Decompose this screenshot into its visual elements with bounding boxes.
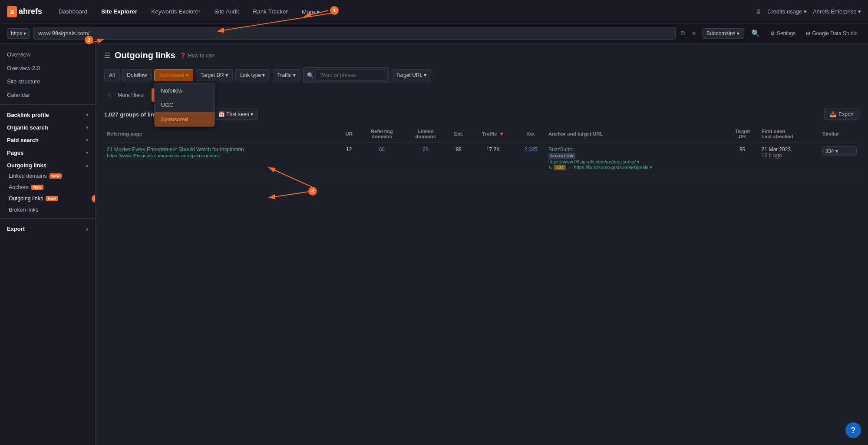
main-layout: Overview Overview 2.0 Site structure Cal…	[0, 43, 868, 445]
main-content: ☰ Outgoing links ❓ How to use All Dofoll…	[96, 43, 868, 445]
th-target-dr: TargetDR	[726, 125, 759, 143]
referring-page-url-link[interactable]: https://www.99signals.com/movies-entrepr…	[107, 153, 220, 158]
td-anchor: BuzzSumo NOFOLLOW https://www.99signals.…	[546, 143, 726, 174]
monitor-icon[interactable]: 🖥	[756, 8, 761, 15]
td-first-seen: 21 Mar 2023 16 h ago	[759, 143, 820, 174]
open-external-button[interactable]: ⧉	[679, 28, 687, 39]
word-phrase-input[interactable]	[316, 70, 385, 81]
th-similar: Similar	[820, 125, 859, 143]
chevron-down-icon: ▾	[86, 113, 88, 117]
badge-new-outgoing-links: New	[46, 196, 58, 201]
th-ur: UR	[339, 125, 359, 143]
kw-link[interactable]: 2,085	[524, 146, 537, 153]
anchor-link[interactable]: BuzzSumo	[548, 146, 574, 153]
filter-dofollow-button[interactable]: Dofollow	[122, 69, 152, 81]
sidebar-section-paid-search[interactable]: Paid search ▾	[0, 133, 95, 145]
nav-rank-tracker[interactable]: Rank Tracker	[251, 7, 290, 17]
first-seen-button[interactable]: 📅 First seen ▾	[214, 109, 258, 120]
sidebar-section-organic-search[interactable]: Organic search ▾	[0, 120, 95, 133]
sidebar-section-backlink-profile[interactable]: Backlink profile ▾	[0, 107, 95, 120]
sidebar-item-broken-links[interactable]: Broken links	[0, 204, 95, 216]
table-header-row: Referring page UR Referringdomains Linke…	[104, 125, 859, 143]
table-toolbar: 1,027 groups of links Group similar ▾ 📅 …	[104, 109, 859, 120]
page-title: Outgoing links	[115, 50, 175, 60]
logo[interactable]: a ahrefs	[7, 6, 42, 17]
menu-icon[interactable]: ☰	[104, 51, 110, 60]
filter-bar: All Dofollow Sponsored ▾ Nofollow UGC Sp…	[104, 67, 859, 83]
clear-url-button[interactable]: ✕	[690, 28, 698, 39]
sidebar-item-site-structure[interactable]: Site structure	[0, 75, 95, 88]
th-traffic[interactable]: Traffic ▼	[471, 125, 516, 143]
url-input[interactable]	[33, 27, 675, 40]
filter-link-type-button[interactable]: Link type ▾	[235, 69, 270, 81]
annotation-3-circle: 3	[92, 195, 96, 203]
sidebar-item-calendar[interactable]: Calendar	[0, 88, 95, 102]
question-icon: ❓	[180, 53, 186, 59]
redirect-url-link[interactable]: https://buzzsumo.grsm.io/99signals ▾	[574, 165, 653, 170]
filter-sponsored-button[interactable]: Sponsored ▾	[154, 69, 193, 81]
sidebar-item-anchors[interactable]: Anchors New	[0, 182, 95, 193]
filter-target-url-button[interactable]: Target URL ▾	[392, 69, 432, 81]
divider	[0, 104, 95, 105]
chevron-up-icon: ▴	[86, 226, 88, 231]
sidebar-item-overview[interactable]: Overview	[0, 48, 95, 61]
logo-icon: a	[7, 6, 17, 17]
referring-page-title-link[interactable]: 21 Movies Every Entrepreneur Should Watc…	[107, 146, 244, 153]
chevron-down-icon: ▾	[86, 150, 88, 155]
gear-icon: ⚙	[770, 30, 775, 37]
th-referring-domains: Referringdomains	[359, 125, 404, 143]
filter-traffic-button[interactable]: Traffic ▾	[273, 69, 300, 81]
nav-keywords-explorer[interactable]: Keywords Explorer	[149, 7, 203, 17]
th-anchor-target: Anchor and target URL	[546, 125, 726, 143]
nav-dashboard[interactable]: Dashboard	[56, 7, 90, 17]
nav-more[interactable]: More ▾	[299, 7, 323, 17]
td-ur: 12	[339, 143, 359, 174]
more-filters-button[interactable]: + + More filters	[104, 90, 147, 101]
sidebar-item-overview2[interactable]: Overview 2.0	[0, 61, 95, 75]
sidebar-section-pages[interactable]: Pages ▾	[0, 145, 95, 158]
nav-site-audit[interactable]: Site Audit	[212, 7, 242, 17]
dropdown-item-ugc[interactable]: UGC	[155, 98, 215, 112]
sidebar-section-export[interactable]: Export ▴	[0, 221, 95, 234]
export-button[interactable]: 📥 Export	[824, 109, 859, 120]
dropdown-item-sponsored[interactable]: Sponsored	[155, 112, 215, 126]
th-ext: Ext.	[447, 125, 471, 143]
redirect-row: ↳ 301 → https://buzzsumo.grsm.io/99signa…	[548, 165, 723, 170]
protocol-select[interactable]: https ▾	[7, 28, 30, 39]
td-kw: 2,085	[516, 143, 546, 174]
similar-dropdown[interactable]: 334 ▾	[822, 146, 857, 156]
url-actions: ⧉ ✕	[679, 28, 698, 39]
google-data-studio-button[interactable]: ⊞ Google Data Studio	[802, 29, 861, 38]
settings-button[interactable]: ⚙ Settings	[767, 29, 799, 38]
sidebar-item-linked-domains[interactable]: Linked domains New	[0, 170, 95, 182]
th-referring-page: Referring page	[104, 125, 339, 143]
ahrefs-enterprise[interactable]: Ahrefs Enterprise ▾	[813, 8, 861, 15]
how-to-use-button[interactable]: ❓ How to use	[180, 53, 214, 59]
anchor-url-link[interactable]: https://www.99signals.com/go/buzzsumo/ ▾	[548, 159, 640, 164]
table-row: 21 Movies Every Entrepreneur Should Watc…	[104, 143, 859, 174]
chevron-down-icon: ▾	[86, 138, 88, 143]
td-traffic: 17.2K	[471, 143, 516, 174]
dropdown-item-nofollow[interactable]: Nofollow	[155, 83, 215, 98]
linked-domains-link[interactable]: 29	[423, 146, 429, 153]
ref-domains-link[interactable]: 60	[379, 146, 385, 153]
credits-usage[interactable]: Credits usage ▾	[767, 8, 807, 15]
top-navigation: a ahrefs Dashboard Site Explorer Keyword…	[0, 0, 868, 23]
subdomain-select[interactable]: Subdomains ▾	[702, 28, 744, 39]
sidebar-section-outgoing-links[interactable]: Outgoing links ▴	[0, 158, 95, 170]
search-button[interactable]: 🔍	[748, 27, 763, 39]
help-bubble[interactable]: ?	[845, 422, 861, 438]
nav-site-explorer[interactable]: Site Explorer	[99, 7, 140, 17]
redirect-301-badge: 301	[554, 165, 566, 170]
badge-new-anchors: New	[31, 185, 44, 190]
svg-line-4	[268, 191, 312, 198]
sidebar: Overview Overview 2.0 Site structure Cal…	[0, 43, 96, 445]
filter-all-button[interactable]: All	[104, 69, 119, 81]
sidebar-item-outgoing-links[interactable]: Outgoing links New 3	[0, 193, 95, 204]
badge-new-linked-domains: New	[50, 173, 62, 179]
actions-row: + + More filters Show results	[104, 88, 859, 102]
data-table: Referring page UR Referringdomains Linke…	[104, 125, 859, 174]
sponsored-dropdown-wrapper: Sponsored ▾ Nofollow UGC Sponsored	[154, 69, 193, 81]
filter-target-dr-button[interactable]: Target DR ▾	[196, 69, 233, 81]
divider2	[0, 218, 95, 219]
